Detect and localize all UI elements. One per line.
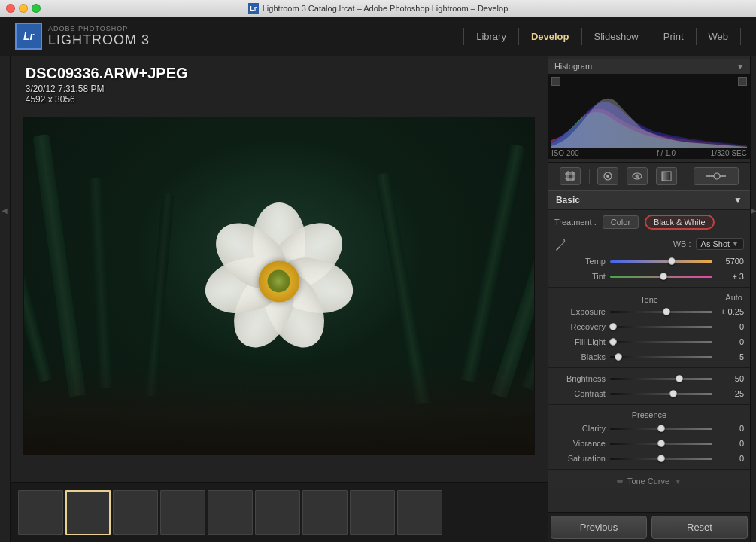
recovery-slider[interactable] <box>610 326 712 328</box>
hist-clip-right[interactable] <box>738 77 747 86</box>
lr-name: LIGHTROOM 3 <box>48 32 150 48</box>
brightness-slider-row: Brightness + 50 <box>548 371 750 386</box>
contrast-slider-row: Contrast + 25 <box>548 386 750 401</box>
histogram-header[interactable]: Histogram ▼ <box>548 59 750 74</box>
filmstrip-thumb[interactable] <box>18 490 63 535</box>
temp-slider[interactable] <box>610 260 712 263</box>
right-strip-arrow[interactable]: ▶ <box>751 206 757 215</box>
iso-value: ISO 200 <box>551 149 579 157</box>
presence-label: Presence <box>548 408 750 421</box>
contrast-label: Contrast <box>554 389 606 398</box>
tint-thumb[interactable] <box>660 273 667 280</box>
exposure-label: Exposure <box>554 307 606 316</box>
wb-eyedropper[interactable] <box>554 237 568 251</box>
filmstrip-thumb-4[interactable] <box>208 490 253 535</box>
color-treatment-button[interactable]: Color <box>603 215 639 229</box>
basic-panel-header[interactable]: Basic ▼ <box>548 190 750 210</box>
saturation-thumb[interactable] <box>657 455 665 462</box>
maximize-button[interactable] <box>32 4 41 13</box>
histogram-chevron: ▼ <box>736 62 744 71</box>
filmstrip-thumb-2[interactable] <box>113 490 158 535</box>
tint-slider-row: Tint + 3 <box>548 269 750 284</box>
tone-curve-label: Tone Curve <box>627 477 669 486</box>
reset-button[interactable]: Reset <box>651 516 748 539</box>
image-filename: DSC09336.ARW+JPEG <box>26 65 188 82</box>
tool-adjustment-brush[interactable] <box>694 167 739 185</box>
contrast-slider[interactable] <box>610 393 712 395</box>
blade-3 <box>88 177 113 388</box>
nav-library[interactable]: Library <box>463 28 519 45</box>
filmstrip-thumb-5[interactable] <box>255 490 300 535</box>
temp-thumb[interactable] <box>668 257 676 265</box>
temp-slider-row: Temp 5700 <box>548 254 750 269</box>
blacks-slider[interactable] <box>610 356 712 358</box>
tint-value: + 3 <box>717 272 744 281</box>
filmstrip-thumb-active[interactable] <box>65 490 111 535</box>
vibrance-thumb[interactable] <box>657 440 665 447</box>
divider-2 <box>548 367 750 368</box>
tool-gradient[interactable] <box>656 167 677 185</box>
filmstrip-thumb-6[interactable] <box>302 490 348 535</box>
filmstrip-thumb-7[interactable] <box>350 490 395 535</box>
nav-develop[interactable]: Develop <box>519 28 582 45</box>
recovery-thumb[interactable] <box>609 323 617 330</box>
nav-slideshow[interactable]: Slideshow <box>582 28 651 45</box>
eyedropper-icon <box>556 237 566 251</box>
saturation-slider[interactable] <box>610 458 712 460</box>
nav-web[interactable]: Web <box>697 28 742 45</box>
shutter-value: 1/320 SEC <box>711 149 747 157</box>
saturation-slider-row: Saturation 0 <box>548 451 750 466</box>
image-info: DSC09336.ARW+JPEG 3/20/12 7:31:58 PM 459… <box>26 65 188 105</box>
logo-text: ADOBE PHOTOSHOP LIGHTROOM 3 <box>48 25 150 48</box>
tool-spot-removal[interactable] <box>597 167 618 185</box>
treatment-label: Treatment : <box>554 218 597 227</box>
tool-red-eye[interactable] <box>627 167 648 185</box>
nav-print[interactable]: Print <box>651 28 697 45</box>
wb-label: WB : <box>572 239 691 248</box>
brightness-slider[interactable] <box>610 378 712 380</box>
recovery-label: Recovery <box>554 322 606 331</box>
left-strip-arrow[interactable]: ◀ <box>2 206 8 215</box>
exposure-slider[interactable] <box>610 311 712 313</box>
window-title: Lr Lightroom 3 Catalog.lrcat – Adobe Pho… <box>248 3 509 14</box>
basic-section: Basic ▼ Treatment : Color Black & White … <box>548 190 750 473</box>
bottom-buttons: Previous Reset <box>548 512 750 542</box>
crop-icon <box>565 171 575 181</box>
image-container[interactable] <box>11 56 548 482</box>
tone-header-row: Tone Auto <box>548 291 750 304</box>
flower-center <box>258 260 299 302</box>
blacks-thumb[interactable] <box>615 353 622 361</box>
vibrance-slider[interactable] <box>610 443 712 445</box>
fill-light-value: 0 <box>717 337 744 346</box>
clarity-thumb[interactable] <box>657 425 665 432</box>
right-strip: ▶ <box>750 56 756 542</box>
clarity-slider[interactable] <box>610 428 712 430</box>
blacks-slider-row: Blacks 5 <box>548 349 750 364</box>
bw-treatment-button[interactable]: Black & White <box>645 215 714 230</box>
exposure-thumb[interactable] <box>663 308 670 315</box>
histogram-chart <box>551 87 747 148</box>
tool-crop[interactable] <box>560 167 581 185</box>
hist-clip-left[interactable] <box>551 77 560 86</box>
left-strip: ◀ <box>0 56 11 542</box>
filmstrip-thumb-8[interactable] <box>397 490 442 535</box>
brightness-thumb[interactable] <box>676 375 683 382</box>
previous-button[interactable]: Previous <box>551 516 647 539</box>
tint-slider[interactable] <box>610 276 712 278</box>
top-nav: Lr ADOBE PHOTOSHOP LIGHTROOM 3 Library D… <box>0 17 756 56</box>
basic-chevron: ▼ <box>733 195 742 206</box>
close-button[interactable] <box>6 4 15 13</box>
aperture-separator: — <box>614 149 621 157</box>
divider-4 <box>548 469 750 470</box>
vibrance-slider-row: Vibrance 0 <box>548 436 750 451</box>
fill-light-slider[interactable] <box>610 341 712 343</box>
minimize-button[interactable] <box>19 4 28 13</box>
tint-label: Tint <box>554 272 606 281</box>
auto-button[interactable]: Auto <box>725 293 742 302</box>
contrast-thumb[interactable] <box>669 390 677 397</box>
filmstrip-thumb-3[interactable] <box>160 490 205 535</box>
wb-dropdown[interactable]: As Shot ▼ <box>696 238 744 250</box>
fill-light-label: Fill Light <box>554 337 606 346</box>
contrast-value: + 25 <box>717 389 744 398</box>
fill-light-thumb[interactable] <box>609 338 617 346</box>
